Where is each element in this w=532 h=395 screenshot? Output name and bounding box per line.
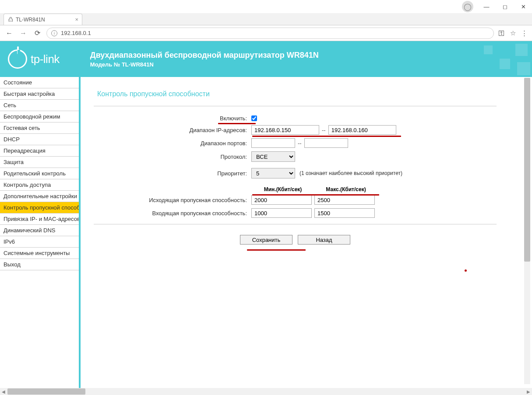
tab-favicon-icon: 凸	[8, 16, 13, 23]
url-text: 192.168.0.1	[61, 30, 91, 36]
browser-tabbar: 凸 TL-WR841N ×	[0, 13, 532, 25]
protocol-select[interactable]: ВСЕ	[251, 151, 295, 162]
scrollbar-thumb[interactable]	[524, 78, 530, 262]
dash-separator: --	[322, 127, 326, 133]
sidebar-item-status[interactable]: Состояние	[0, 77, 79, 88]
brand-name: tp-link	[31, 52, 60, 66]
annotation-dot	[465, 269, 467, 272]
page-title: Контроль пропускной способности	[97, 90, 497, 98]
ingress-min-input[interactable]	[251, 208, 312, 218]
sidebar-item-security[interactable]: Защита	[0, 157, 79, 168]
sidebar-item-parental[interactable]: Родительский контроль	[0, 168, 79, 179]
annotation-redline	[247, 249, 306, 251]
label-priority: Приоритет:	[94, 170, 251, 177]
sidebar-item-wireless[interactable]: Беспроводной режим	[0, 111, 79, 122]
sidebar-item-ddns[interactable]: Динамический DNS	[0, 225, 79, 236]
reload-button[interactable]: ⟳	[32, 29, 42, 37]
sidebar-item-ipv6[interactable]: IPv6	[0, 236, 79, 248]
label-port-range: Диапазон портов:	[94, 140, 251, 147]
dash-separator: --	[298, 140, 302, 147]
tab-title: TL-WR841N	[16, 17, 45, 23]
scrollbar-thumb[interactable]	[7, 388, 85, 395]
label-protocol: Протокол:	[94, 154, 251, 160]
separator	[94, 106, 497, 106]
sidebar-item-system[interactable]: Системные инструменты	[0, 248, 79, 259]
header-decoration	[444, 41, 532, 77]
horizontal-scrollbar[interactable]: ◀ ▶	[0, 388, 532, 395]
address-bar[interactable]: i 192.168.0.1	[46, 28, 494, 39]
forward-button: →	[18, 29, 28, 37]
close-window-button[interactable]: ✕	[518, 1, 528, 12]
tplink-logo-icon	[8, 49, 27, 69]
priority-select[interactable]: 5	[251, 168, 295, 178]
back-button[interactable]: ←	[4, 29, 14, 37]
sidebar-item-guest[interactable]: Гостевая сеть	[0, 122, 79, 134]
sidebar-item-dhcp[interactable]: DHCP	[0, 134, 79, 145]
ip-from-input[interactable]	[251, 125, 319, 135]
sidebar-nav: Состояние Быстрая настройка Сеть Беспров…	[0, 77, 79, 388]
annotation-redline	[252, 194, 379, 196]
save-button[interactable]: Сохранить	[240, 235, 292, 245]
app-header: tp-link Двухдиапазонный беспроводной мар…	[0, 41, 532, 77]
back-button[interactable]: Назад	[298, 235, 350, 245]
router-title: Двухдиапазонный беспроводной маршрутизат…	[90, 51, 319, 60]
sidebar-item-access[interactable]: Контроль доступа	[0, 179, 79, 191]
port-from-input[interactable]	[251, 138, 295, 148]
priority-hint: (1 означает наиболее высокий приоритет)	[299, 170, 402, 176]
router-model: Модель № TL-WR841N	[90, 61, 319, 68]
browser-toolbar: ← → ⟳ i 192.168.0.1 ⚿ ☆ ⋮	[0, 25, 532, 41]
col-header-max: Макс.(Кбит/сек)	[314, 186, 377, 192]
sidebar-item-routing[interactable]: Дополнительные настройки маршрутизации	[0, 191, 79, 202]
label-egress: Исходящая пропускная способность:	[94, 197, 251, 203]
col-header-min: Мин.(Кбит/сек)	[251, 186, 314, 192]
header-titles: Двухдиапазонный беспроводной маршрутизат…	[90, 51, 319, 68]
maximize-button[interactable]: ◻	[500, 1, 510, 12]
scroll-left-arrow-icon[interactable]: ◀	[0, 388, 7, 395]
tab-close-icon[interactable]: ×	[75, 16, 78, 23]
site-info-icon[interactable]: i	[51, 30, 57, 36]
sidebar-item-network[interactable]: Сеть	[0, 100, 79, 111]
menu-dots-icon[interactable]: ⋮	[521, 29, 528, 37]
main-content: Контроль пропускной способности Включить…	[79, 77, 532, 388]
sidebar-item-logout[interactable]: Выход	[0, 259, 79, 270]
label-ip-range: Диапазон IP-адресов:	[94, 127, 251, 133]
sidebar-item-forwarding[interactable]: Переадресация	[0, 145, 79, 157]
vertical-scrollbar[interactable]	[524, 78, 530, 384]
bookmark-star-icon[interactable]: ☆	[510, 29, 516, 37]
brand-logo: tp-link	[8, 49, 60, 69]
scroll-right-arrow-icon[interactable]: ▶	[525, 388, 532, 395]
label-ingress: Входящая пропускная способность:	[94, 210, 251, 217]
port-to-input[interactable]	[304, 138, 348, 148]
browser-tab[interactable]: 凸 TL-WR841N ×	[4, 14, 82, 25]
sidebar-item-quicksetup[interactable]: Быстрая настройка	[0, 88, 79, 100]
ingress-max-input[interactable]	[314, 208, 375, 218]
sidebar-item-bandwidth[interactable]: Контроль пропускной способности	[0, 202, 79, 213]
user-profile-icon[interactable]: ◯	[462, 1, 473, 12]
window-titlebar: ◯ — ◻ ✕	[0, 0, 532, 13]
minimize-button[interactable]: —	[481, 1, 492, 12]
egress-max-input[interactable]	[314, 195, 375, 205]
label-enable: Включить:	[94, 115, 251, 122]
annotation-redline	[252, 136, 401, 137]
enable-checkbox[interactable]	[251, 115, 257, 121]
ip-to-input[interactable]	[328, 125, 396, 135]
key-icon[interactable]: ⚿	[498, 29, 505, 37]
separator	[94, 224, 497, 224]
egress-min-input[interactable]	[251, 195, 312, 205]
sidebar-item-ipmac[interactable]: Привязка IP- и MAC-адресов	[0, 213, 79, 225]
annotation-redline	[218, 123, 256, 124]
